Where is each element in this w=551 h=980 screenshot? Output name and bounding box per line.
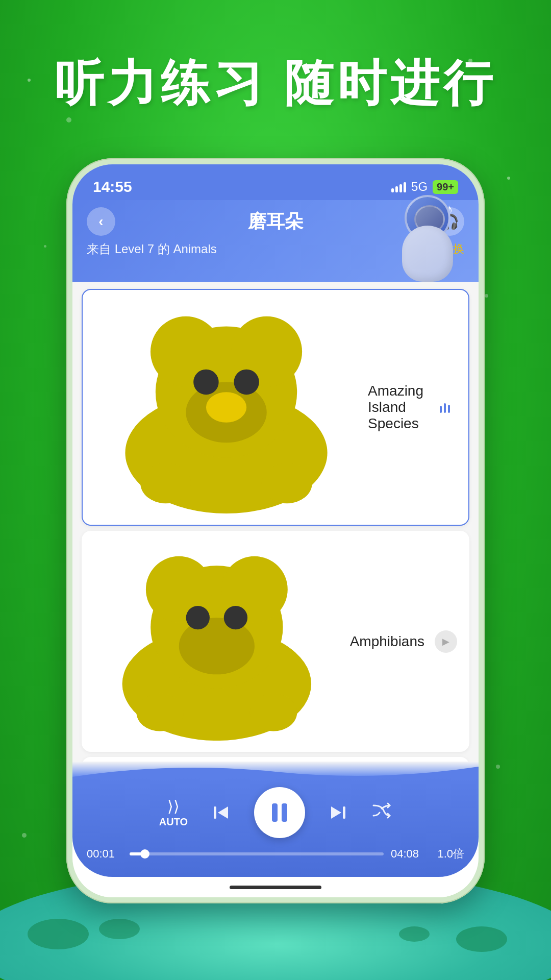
phone-screen: 14:55 5G 99+ ♪ [72,164,479,897]
current-time: 00:01 [87,847,122,861]
svg-point-9 [262,463,312,503]
svg-rect-70 [343,806,345,819]
svg-rect-10 [440,406,442,413]
speed-label[interactable]: 1.0倍 [434,846,464,862]
progress-area: 00:01 04:08 1.0倍 [87,846,464,862]
auto-label: AUTO [159,816,188,828]
play-button[interactable] [434,396,456,419]
svg-point-20 [136,693,184,731]
svg-rect-68 [272,803,278,822]
svg-rect-67 [214,806,216,819]
subtitle-text: 来自 Level 7 的 Animals [87,241,217,257]
player-controls: ⟩⟩ AUTO [87,787,464,838]
svg-point-8 [140,463,191,503]
auto-button[interactable]: ⟩⟩ AUTO [159,797,188,828]
svg-point-5 [193,370,219,395]
battery-badge: 99+ [433,180,458,194]
svg-rect-12 [448,405,450,413]
list-container: Amazing Island Species [72,282,479,762]
page-title: 听力练习 随时进行 [0,51,551,117]
song-list: Amazing Island Species [72,282,479,762]
progress-track[interactable] [130,852,384,855]
svg-point-18 [186,606,210,629]
home-indicator [72,877,479,897]
phone-mockup: 14:55 5G 99+ ♪ [66,158,485,903]
bear-icon [94,542,340,741]
player-area: ⟩⟩ AUTO [72,777,479,877]
bear-icon [95,301,358,513]
svg-point-21 [250,693,297,731]
list-item[interactable]: Amazing Island Species [82,289,469,526]
svg-point-19 [224,606,247,629]
auto-mode-icon: ⟩⟩ [167,797,180,815]
total-time: 04:08 [391,847,427,861]
app-title: 磨耳朵 [248,209,303,234]
item-title: Amazing Island Species [368,383,423,432]
play-button[interactable]: ▶ [435,630,457,653]
item-title: Amphibians [350,633,424,650]
back-button[interactable]: ‹ [87,207,115,236]
status-icons: 5G 99+ [391,180,458,194]
svg-point-7 [206,392,246,422]
list-item[interactable]: Amphibians ▶ [82,531,469,752]
network-type: 5G [411,180,428,194]
home-bar [230,886,321,889]
shuffle-button[interactable] [371,801,392,824]
svg-point-6 [234,370,259,395]
astronaut-decoration: ♪ [387,195,468,282]
astronaut-body [402,226,453,282]
signal-bars [391,181,406,192]
previous-button[interactable] [211,802,231,823]
next-button[interactable] [328,802,348,823]
svg-rect-11 [444,403,446,413]
app-header: ♪ ‹ 磨耳朵 🎧 来自 Level 7 的 Animals ↺ 切换 [72,200,479,282]
svg-rect-69 [282,803,287,822]
progress-dot [140,849,149,859]
status-time: 14:55 [93,178,132,195]
play-pause-button[interactable] [254,787,305,838]
list-item[interactable]: Bird Migrations ▶ [82,757,469,762]
wave-separator [72,762,479,777]
